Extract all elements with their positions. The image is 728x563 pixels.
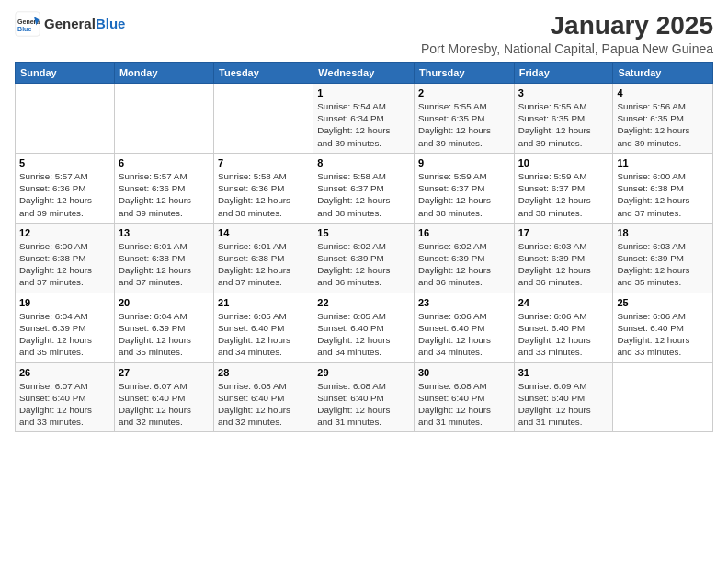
day-cell: 23Sunrise: 6:06 AM Sunset: 6:40 PM Dayli… bbox=[415, 293, 515, 362]
day-info: Sunrise: 6:03 AM Sunset: 6:39 PM Dayligh… bbox=[518, 240, 609, 289]
day-number: 30 bbox=[418, 367, 510, 378]
day-cell: 8Sunrise: 5:58 AM Sunset: 6:37 PM Daylig… bbox=[313, 153, 415, 223]
week-row-4: 19Sunrise: 6:04 AM Sunset: 6:39 PM Dayli… bbox=[16, 293, 713, 362]
day-cell: 15Sunrise: 6:02 AM Sunset: 6:39 PM Dayli… bbox=[313, 223, 415, 293]
day-info: Sunrise: 6:05 AM Sunset: 6:40 PM Dayligh… bbox=[218, 310, 309, 359]
day-number: 15 bbox=[317, 227, 410, 238]
day-number: 6 bbox=[119, 157, 210, 168]
day-cell: 1Sunrise: 5:54 AM Sunset: 6:34 PM Daylig… bbox=[313, 84, 415, 154]
col-header-saturday: Saturday bbox=[613, 63, 713, 84]
day-number: 14 bbox=[218, 227, 309, 238]
day-number: 31 bbox=[518, 367, 609, 378]
day-info: Sunrise: 6:06 AM Sunset: 6:40 PM Dayligh… bbox=[418, 310, 510, 359]
day-number: 3 bbox=[518, 87, 609, 98]
day-cell: 9Sunrise: 5:59 AM Sunset: 6:37 PM Daylig… bbox=[415, 153, 515, 223]
col-header-tuesday: Tuesday bbox=[214, 63, 313, 84]
day-cell: 14Sunrise: 6:01 AM Sunset: 6:38 PM Dayli… bbox=[214, 223, 313, 293]
day-info: Sunrise: 5:58 AM Sunset: 6:37 PM Dayligh… bbox=[317, 170, 410, 219]
day-info: Sunrise: 6:09 AM Sunset: 6:40 PM Dayligh… bbox=[518, 380, 609, 429]
day-info: Sunrise: 5:54 AM Sunset: 6:34 PM Dayligh… bbox=[317, 100, 410, 149]
day-cell: 31Sunrise: 6:09 AM Sunset: 6:40 PM Dayli… bbox=[514, 362, 613, 432]
logo-icon: General Blue bbox=[15, 11, 40, 37]
day-cell: 28Sunrise: 6:08 AM Sunset: 6:40 PM Dayli… bbox=[214, 362, 313, 432]
day-number: 17 bbox=[518, 227, 609, 238]
day-number: 26 bbox=[19, 367, 110, 378]
day-number: 20 bbox=[119, 297, 210, 308]
day-info: Sunrise: 6:07 AM Sunset: 6:40 PM Dayligh… bbox=[119, 380, 210, 429]
day-number: 24 bbox=[518, 297, 609, 308]
day-cell: 11Sunrise: 6:00 AM Sunset: 6:38 PM Dayli… bbox=[613, 153, 713, 223]
day-info: Sunrise: 6:08 AM Sunset: 6:40 PM Dayligh… bbox=[317, 380, 410, 429]
day-cell: 20Sunrise: 6:04 AM Sunset: 6:39 PM Dayli… bbox=[114, 293, 213, 362]
day-cell: 27Sunrise: 6:07 AM Sunset: 6:40 PM Dayli… bbox=[114, 362, 213, 432]
day-number: 29 bbox=[317, 367, 410, 378]
day-cell bbox=[613, 362, 713, 432]
day-number: 25 bbox=[617, 297, 709, 308]
svg-text:Blue: Blue bbox=[17, 26, 31, 32]
day-number: 1 bbox=[317, 87, 410, 98]
day-number: 19 bbox=[19, 297, 110, 308]
day-number: 10 bbox=[518, 157, 609, 168]
day-cell: 10Sunrise: 5:59 AM Sunset: 6:37 PM Dayli… bbox=[514, 153, 613, 223]
day-cell: 21Sunrise: 6:05 AM Sunset: 6:40 PM Dayli… bbox=[214, 293, 313, 362]
day-cell bbox=[114, 84, 213, 154]
day-cell bbox=[16, 84, 115, 154]
week-row-3: 12Sunrise: 6:00 AM Sunset: 6:38 PM Dayli… bbox=[16, 223, 713, 293]
day-number: 23 bbox=[418, 297, 510, 308]
col-header-thursday: Thursday bbox=[415, 63, 515, 84]
day-info: Sunrise: 6:02 AM Sunset: 6:39 PM Dayligh… bbox=[418, 240, 510, 289]
day-info: Sunrise: 6:01 AM Sunset: 6:38 PM Dayligh… bbox=[218, 240, 309, 289]
day-info: Sunrise: 6:00 AM Sunset: 6:38 PM Dayligh… bbox=[617, 170, 709, 219]
day-info: Sunrise: 5:57 AM Sunset: 6:36 PM Dayligh… bbox=[119, 170, 210, 219]
day-number: 5 bbox=[19, 157, 110, 168]
page: General Blue GeneralBlue January 2025 Po… bbox=[0, 0, 728, 563]
day-info: Sunrise: 5:57 AM Sunset: 6:36 PM Dayligh… bbox=[19, 170, 110, 219]
day-number: 2 bbox=[418, 87, 510, 98]
day-info: Sunrise: 5:55 AM Sunset: 6:35 PM Dayligh… bbox=[418, 100, 510, 149]
day-number: 9 bbox=[418, 157, 510, 168]
logo-blue-text: Blue bbox=[96, 16, 126, 31]
day-info: Sunrise: 6:06 AM Sunset: 6:40 PM Dayligh… bbox=[617, 310, 709, 359]
header: General Blue GeneralBlue January 2025 Po… bbox=[15, 11, 713, 56]
calendar-body: 1Sunrise: 5:54 AM Sunset: 6:34 PM Daylig… bbox=[16, 84, 713, 432]
day-cell: 3Sunrise: 5:55 AM Sunset: 6:35 PM Daylig… bbox=[514, 84, 613, 154]
logo: General Blue GeneralBlue bbox=[15, 11, 125, 37]
day-number: 28 bbox=[218, 367, 309, 378]
day-number: 12 bbox=[19, 227, 110, 238]
week-row-1: 1Sunrise: 5:54 AM Sunset: 6:34 PM Daylig… bbox=[16, 84, 713, 154]
day-info: Sunrise: 6:03 AM Sunset: 6:39 PM Dayligh… bbox=[617, 240, 709, 289]
day-number: 7 bbox=[218, 157, 309, 168]
day-info: Sunrise: 6:08 AM Sunset: 6:40 PM Dayligh… bbox=[418, 380, 510, 429]
day-info: Sunrise: 6:06 AM Sunset: 6:40 PM Dayligh… bbox=[518, 310, 609, 359]
day-info: Sunrise: 6:00 AM Sunset: 6:38 PM Dayligh… bbox=[19, 240, 110, 289]
logo-general: GeneralBlue bbox=[44, 17, 125, 32]
day-number: 22 bbox=[317, 297, 410, 308]
day-cell: 26Sunrise: 6:07 AM Sunset: 6:40 PM Dayli… bbox=[16, 362, 115, 432]
day-info: Sunrise: 5:58 AM Sunset: 6:36 PM Dayligh… bbox=[218, 170, 309, 219]
day-info: Sunrise: 6:05 AM Sunset: 6:40 PM Dayligh… bbox=[317, 310, 410, 359]
day-cell: 22Sunrise: 6:05 AM Sunset: 6:40 PM Dayli… bbox=[313, 293, 415, 362]
day-number: 18 bbox=[617, 227, 709, 238]
day-number: 27 bbox=[119, 367, 210, 378]
week-row-2: 5Sunrise: 5:57 AM Sunset: 6:36 PM Daylig… bbox=[16, 153, 713, 223]
day-info: Sunrise: 6:07 AM Sunset: 6:40 PM Dayligh… bbox=[19, 380, 110, 429]
day-info: Sunrise: 6:04 AM Sunset: 6:39 PM Dayligh… bbox=[19, 310, 110, 359]
day-info: Sunrise: 5:55 AM Sunset: 6:35 PM Dayligh… bbox=[518, 100, 609, 149]
calendar-header: SundayMondayTuesdayWednesdayThursdayFrid… bbox=[16, 63, 713, 84]
day-cell: 29Sunrise: 6:08 AM Sunset: 6:40 PM Dayli… bbox=[313, 362, 415, 432]
day-cell: 19Sunrise: 6:04 AM Sunset: 6:39 PM Dayli… bbox=[16, 293, 115, 362]
day-cell: 13Sunrise: 6:01 AM Sunset: 6:38 PM Dayli… bbox=[114, 223, 213, 293]
day-info: Sunrise: 6:08 AM Sunset: 6:40 PM Dayligh… bbox=[218, 380, 309, 429]
day-cell: 2Sunrise: 5:55 AM Sunset: 6:35 PM Daylig… bbox=[415, 84, 515, 154]
day-cell bbox=[214, 84, 313, 154]
day-cell: 18Sunrise: 6:03 AM Sunset: 6:39 PM Dayli… bbox=[613, 223, 713, 293]
subtitle: Port Moresby, National Capital, Papua Ne… bbox=[421, 41, 713, 56]
day-info: Sunrise: 6:04 AM Sunset: 6:39 PM Dayligh… bbox=[119, 310, 210, 359]
col-header-friday: Friday bbox=[514, 63, 613, 84]
month-year: January 2025 bbox=[421, 11, 713, 40]
header-row: SundayMondayTuesdayWednesdayThursdayFrid… bbox=[16, 63, 713, 84]
day-cell: 30Sunrise: 6:08 AM Sunset: 6:40 PM Dayli… bbox=[415, 362, 515, 432]
day-cell: 4Sunrise: 5:56 AM Sunset: 6:35 PM Daylig… bbox=[613, 84, 713, 154]
day-number: 13 bbox=[119, 227, 210, 238]
day-cell: 24Sunrise: 6:06 AM Sunset: 6:40 PM Dayli… bbox=[514, 293, 613, 362]
